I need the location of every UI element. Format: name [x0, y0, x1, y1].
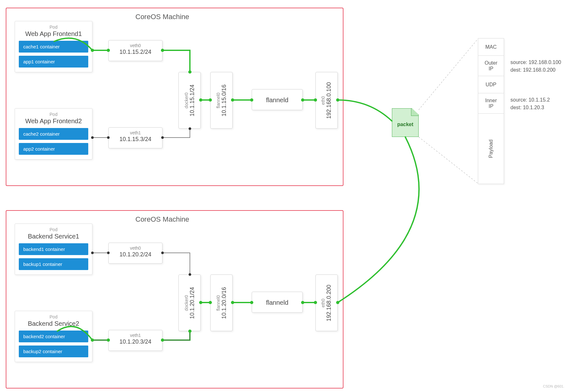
docker0-ip: 10.1.20.1/24	[189, 287, 196, 319]
flannel0-box-m1: flannel0 10.1.15.0/16	[210, 72, 233, 129]
docker0-box-m1: docker0 10.1.15.1/24	[178, 72, 201, 129]
container-chip: backup2 container	[19, 346, 88, 357]
veth-label: veth0	[109, 246, 162, 251]
container-chip: cache2 container	[19, 128, 88, 140]
flanneld-box-m1: flanneld	[252, 89, 303, 110]
pkt-mac: MAC	[478, 39, 504, 56]
pkt-inner-ip: Inner IP	[478, 93, 504, 114]
docker0-box-m2: docker0 10.1.20.1/24	[178, 274, 201, 331]
pod-title: Web App Frontend2	[19, 118, 88, 125]
veth-label: veth0	[109, 43, 162, 48]
packet-label: packet	[397, 122, 414, 127]
container-chip: app1 container	[19, 56, 88, 68]
flannel0-ip: 10.1.20.0/16	[221, 287, 227, 319]
pod-title: Backend Service2	[19, 320, 88, 327]
eth0-ip: 192.168.0.100	[326, 82, 333, 118]
flanneld-box-m2: flanneld	[252, 292, 303, 313]
machine-2-title: CoreOS Machine	[135, 215, 189, 224]
veth-ip: 10.1.20.3/24	[109, 339, 162, 345]
eth0-label: eth0	[321, 284, 326, 321]
veth-label: veth1	[109, 333, 162, 338]
pod-backend2: Pod Backend Service2 backend2 container …	[15, 311, 92, 362]
docker0-label: docker0	[184, 287, 189, 319]
veth1-box-m1: veth1 10.1.15.3/24	[108, 127, 162, 148]
pod-label: Pod	[19, 314, 88, 319]
inner-ip-source: source: 10.1.15.2	[510, 96, 550, 104]
veth0-box-m1: veth0 10.1.15.2/24	[108, 40, 162, 61]
inner-ip-dest: dest: 10.1.20.3	[510, 104, 550, 111]
packet-icon: packet	[392, 108, 419, 137]
pod-label: Pod	[19, 25, 88, 30]
pod-title: Web App Frontend1	[19, 30, 88, 38]
eth0-label: eth0	[321, 82, 326, 118]
pkt-payload: Payload	[478, 114, 504, 184]
docker0-ip: 10.1.15.1/24	[189, 84, 196, 116]
pod-frontend1: Pod Web App Frontend1 cache1 container a…	[15, 21, 92, 72]
container-chip: app2 container	[19, 143, 88, 155]
flannel0-ip: 10.1.15.0/16	[221, 84, 227, 116]
flannel0-box-m2: flannel0 10.1.20.0/16	[210, 274, 233, 331]
veth0-box-m2: veth0 10.1.20.2/24	[108, 243, 162, 264]
eth0-box-m2: eth0 192.168.0.200	[315, 274, 338, 331]
eth0-ip: 192.168.0.200	[326, 284, 333, 321]
container-chip: cache1 container	[19, 41, 88, 53]
machine-1-title: CoreOS Machine	[135, 13, 189, 21]
eth0-box-m1: eth0 192.168.0.100	[315, 72, 338, 129]
pkt-outer-ip: Outer IP	[478, 56, 504, 76]
outer-ip-dest: dest: 192.168.0.200	[510, 66, 561, 74]
outer-ip-detail: source: 192.168.0.100 dest: 192.168.0.20…	[510, 59, 561, 74]
inner-ip-detail: source: 10.1.15.2 dest: 10.1.20.3	[510, 96, 550, 111]
container-chip: backend1 container	[19, 243, 88, 255]
veth-ip: 10.1.15.3/24	[109, 136, 162, 143]
flannel0-label: flannel0	[216, 84, 221, 116]
container-chip: backup1 container	[19, 258, 88, 270]
pod-backend1: Pod Backend Service1 backend1 container …	[15, 224, 92, 275]
pod-frontend2: Pod Web App Frontend2 cache2 container a…	[15, 108, 92, 160]
veth-ip: 10.1.20.2/24	[109, 251, 162, 258]
pod-label: Pod	[19, 227, 88, 232]
watermark: CSDN @601.	[543, 384, 564, 388]
outer-ip-source: source: 192.168.0.100	[510, 59, 561, 66]
flannel0-label: flannel0	[216, 287, 221, 319]
pod-title: Backend Service1	[19, 233, 88, 240]
veth1-box-m2: veth1 10.1.20.3/24	[108, 330, 162, 351]
pkt-udp: UDP	[478, 76, 504, 93]
container-chip: backend2 container	[19, 331, 88, 342]
pod-label: Pod	[19, 112, 88, 117]
packet-stack: MAC Outer IP UDP Inner IP Payload	[478, 38, 504, 184]
docker0-label: docker0	[184, 84, 189, 116]
veth-ip: 10.1.15.2/24	[109, 49, 162, 55]
veth-label: veth1	[109, 130, 162, 135]
